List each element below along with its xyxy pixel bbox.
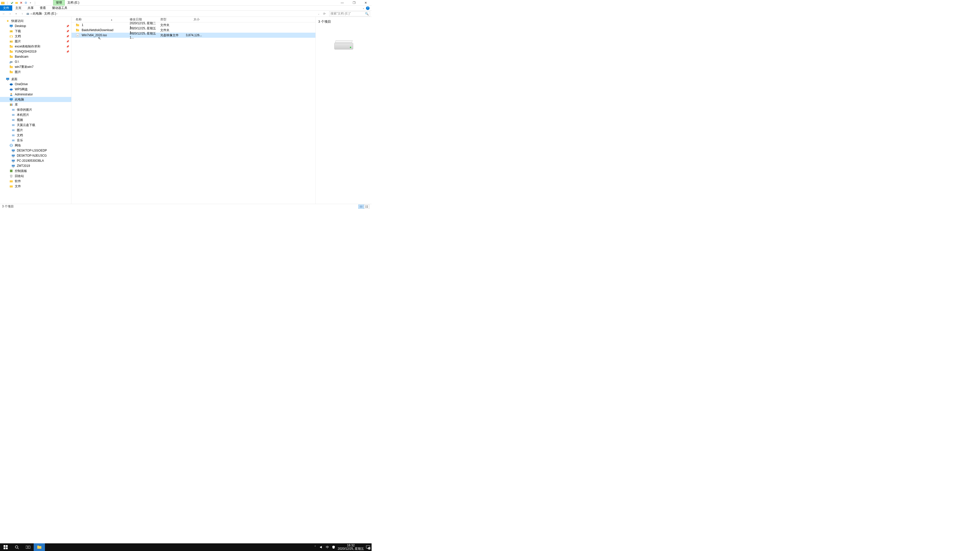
nav-up-button[interactable]: ↑ xyxy=(20,11,24,16)
file-row[interactable]: BaiduNetdiskDownload 2020/12/25, 星期五 1..… xyxy=(72,27,315,33)
tree-label: OneDrive xyxy=(15,83,28,86)
svg-rect-15 xyxy=(10,50,11,51)
svg-rect-17 xyxy=(10,56,11,56)
tree-network-pc[interactable]: DESKTOP-LSSOEDP xyxy=(0,148,71,153)
tree-library-item[interactable]: 本机照片 xyxy=(0,112,71,118)
drive-icon xyxy=(334,39,353,49)
tree-folder[interactable]: 软件 xyxy=(0,179,71,184)
tree-recycle-bin[interactable]: 回收站 xyxy=(0,173,71,179)
tree-recent-item[interactable]: win7重装win7 xyxy=(0,64,71,69)
taskbar[interactable]: ˄ 中 16:32 2020/12/25, 星期五 3 xyxy=(0,543,372,551)
breadcrumb-root-icon[interactable] xyxy=(26,12,30,16)
close-button[interactable]: ✕ xyxy=(360,0,372,6)
tree-library-item[interactable]: 文档 xyxy=(0,133,71,138)
search-input[interactable]: 搜索"文档 (E:)" 🔍 xyxy=(329,11,370,16)
maximize-button[interactable]: ❐ xyxy=(348,0,360,6)
column-header-type[interactable]: 类型 xyxy=(158,17,184,22)
ribbon-collapse-icon[interactable]: ⌄ xyxy=(363,6,364,10)
help-icon[interactable]: ? xyxy=(366,6,369,10)
tree-network[interactable]: 网络 xyxy=(0,143,71,148)
notification-badge: 3 xyxy=(368,547,370,549)
security-icon[interactable] xyxy=(331,545,336,549)
ribbon: 文件 主页 共享 查看 驱动器工具 ⌄ ? xyxy=(0,6,372,11)
ribbon-tab-home[interactable]: 主页 xyxy=(12,5,24,11)
library-item-icon xyxy=(11,128,15,132)
svg-rect-33 xyxy=(11,103,12,106)
start-button[interactable] xyxy=(0,543,11,551)
clock[interactable]: 16:32 2020/12/25, 星期五 xyxy=(338,544,364,551)
tree-pinned-item[interactable]: YUNQISHI2019 📌 xyxy=(0,49,71,54)
task-view-button[interactable] xyxy=(22,543,34,551)
ime-icon[interactable]: 中 xyxy=(325,545,329,549)
ribbon-tab-file[interactable]: 文件 xyxy=(0,5,12,11)
qat-check-icon[interactable] xyxy=(10,1,14,5)
search-icon[interactable]: 🔍 xyxy=(365,12,369,16)
tree-pinned-item[interactable]: 下载 📌 xyxy=(0,29,71,34)
tree-item-wps[interactable]: WPS网盘 xyxy=(0,87,71,92)
address-history-dropdown[interactable]: ⌄ xyxy=(317,11,321,16)
tree-library-item[interactable]: 音乐 xyxy=(0,138,71,143)
tree-network-pc[interactable]: ZMT2019 xyxy=(0,163,71,168)
nav-forward-button[interactable]: → xyxy=(8,11,12,16)
tree-item-onedrive[interactable]: OneDrive xyxy=(0,82,71,87)
tree-pinned-item[interactable]: Desktop 📌 xyxy=(0,24,71,29)
view-details-button[interactable] xyxy=(358,205,364,209)
tree-pinned-item[interactable]: excel表格制作求和 📌 xyxy=(0,44,71,49)
ribbon-tab-drivetools[interactable]: 驱动器工具 xyxy=(49,5,70,11)
taskbar-app-explorer[interactable] xyxy=(34,543,45,551)
tree-item-user[interactable]: Administrator xyxy=(0,92,71,97)
breadcrumb-item[interactable]: 文档 (E:)› xyxy=(44,11,57,16)
tree-library-item[interactable]: 天翼云盘下载 xyxy=(0,122,71,127)
tree-recent-item[interactable]: Bandicam xyxy=(0,54,71,59)
navigation-pane[interactable]: ★ 快速访问 Desktop 📌 下载 📌 文档 📌 图片 📌 excel表格制… xyxy=(0,17,72,204)
qat-close-icon[interactable]: ✕ xyxy=(19,1,23,5)
nav-recent-dropdown[interactable]: ▾ xyxy=(14,11,18,16)
breadcrumb-item[interactable]: 此电脑› xyxy=(33,11,43,16)
tree-network-pc[interactable]: PC-20190530OBLA xyxy=(0,158,71,163)
breadcrumb[interactable]: › 此电脑› 文档 (E:)› xyxy=(26,11,315,16)
nav-back-button[interactable]: ← xyxy=(2,11,6,16)
tree-item-library[interactable]: 库 xyxy=(0,102,71,107)
tree-label: 软件 xyxy=(15,179,21,183)
search-button[interactable] xyxy=(11,543,22,551)
volume-icon[interactable] xyxy=(319,545,323,549)
file-list[interactable]: 名称▴ 修改日期 类型 大小 1 2020/12/15, 星期二 1... 文件… xyxy=(72,17,315,204)
svg-rect-10 xyxy=(10,41,13,43)
tree-folder[interactable]: 文件 xyxy=(0,184,71,189)
breadcrumb-sep-icon[interactable]: › xyxy=(30,12,32,16)
file-row[interactable]: Win7x64_2020.iso 2020/12/25, 星期五 1... 光盘… xyxy=(72,33,315,38)
column-header-size[interactable]: 大小 xyxy=(184,17,202,22)
ribbon-tab-share[interactable]: 共享 xyxy=(24,5,37,11)
svg-rect-30 xyxy=(10,98,13,100)
svg-rect-57 xyxy=(76,29,79,32)
tree-recent-item[interactable]: 图片 xyxy=(0,69,71,75)
svg-rect-9 xyxy=(11,36,12,37)
tree-control-panel[interactable]: 控制面板 xyxy=(0,168,71,173)
refresh-button[interactable]: ⟳ xyxy=(322,11,327,16)
tree-item-thispc[interactable]: 此电脑 xyxy=(0,97,71,102)
tree-recent-item[interactable]: G:\ xyxy=(0,59,71,64)
qat-dropdown-icon[interactable]: ▾ xyxy=(29,1,32,5)
tree-pinned-item[interactable]: 图片 📌 xyxy=(0,39,71,44)
file-row[interactable]: 1 2020/12/15, 星期二 1... 文件夹 xyxy=(72,22,315,27)
svg-marker-78 xyxy=(320,546,322,548)
tree-pinned-item[interactable]: 文档 📌 xyxy=(0,34,71,39)
qat-folder-icon[interactable] xyxy=(15,1,18,5)
user-icon xyxy=(9,92,13,97)
tree-desktop[interactable]: 桌面 xyxy=(0,76,71,82)
ribbon-context-tab-manage[interactable]: 管理 xyxy=(53,0,65,6)
thispc-icon xyxy=(9,97,13,102)
tree-quick-access[interactable]: ★ 快速访问 xyxy=(0,18,71,24)
qat-settings-icon[interactable]: ⚙ xyxy=(24,1,27,5)
tree-library-item[interactable]: 保存的图片 xyxy=(0,107,71,112)
minimize-button[interactable]: — xyxy=(336,0,348,6)
tree-library-item[interactable]: 视频 xyxy=(0,118,71,122)
tree-network-pc[interactable]: DESKTOP-NJEU3CG xyxy=(0,153,71,158)
column-header-name[interactable]: 名称▴ xyxy=(72,17,127,22)
tree-library-item[interactable]: 图片 xyxy=(0,127,71,133)
view-large-icons-button[interactable] xyxy=(364,205,369,209)
action-center-icon[interactable]: 3 xyxy=(366,545,370,549)
ribbon-tab-view[interactable]: 查看 xyxy=(37,5,49,11)
tray-overflow-icon[interactable]: ˄ xyxy=(313,545,317,549)
svg-rect-1 xyxy=(15,2,18,4)
